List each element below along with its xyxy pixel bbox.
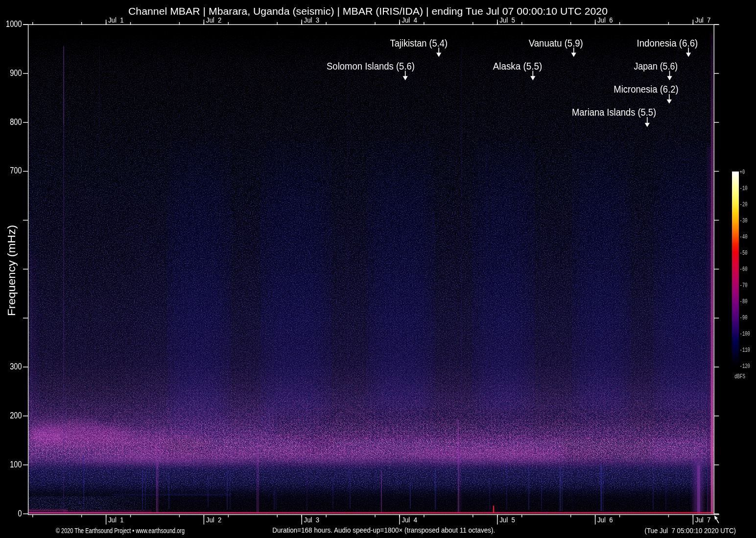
svg-text:Channel MBAR | Mbarara, Uganda: Channel MBAR | Mbarara, Uganda (seismic)… xyxy=(128,5,608,17)
svg-text:Jul 4: Jul 4 xyxy=(402,515,417,524)
svg-text:-20: -20 xyxy=(740,201,748,208)
svg-text:-10: -10 xyxy=(740,185,748,192)
svg-text:Jul 3: Jul 3 xyxy=(304,16,320,24)
svg-text:1000: 1000 xyxy=(6,19,22,29)
svg-text:-90: -90 xyxy=(740,315,748,321)
svg-text:-50: -50 xyxy=(740,250,748,257)
svg-text:Alaska (5.5): Alaska (5.5) xyxy=(493,61,542,72)
svg-text:-60: -60 xyxy=(740,266,748,273)
svg-text:100: 100 xyxy=(10,460,22,469)
svg-text:dBFS: dBFS xyxy=(734,373,745,380)
svg-text:Jul 5: Jul 5 xyxy=(499,515,515,524)
svg-text:800: 800 xyxy=(10,117,22,127)
svg-text:Jul 1: Jul 1 xyxy=(108,515,124,524)
svg-text:(Tue Jul 7 05:00:10 2020 UTC): (Tue Jul 7 05:00:10 2020 UTC) xyxy=(645,526,736,535)
svg-text:Solomon Islands (5.6): Solomon Islands (5.6) xyxy=(327,61,415,72)
svg-text:900: 900 xyxy=(10,68,22,78)
svg-text:Jul 7: Jul 7 xyxy=(695,515,711,524)
svg-text:-40: -40 xyxy=(740,234,748,241)
svg-text:Jul 2: Jul 2 xyxy=(206,515,222,524)
svg-text:Mariana Islands (5.5): Mariana Islands (5.5) xyxy=(572,107,656,118)
svg-text:Jul 6: Jul 6 xyxy=(597,16,613,24)
svg-text:Jul 5: Jul 5 xyxy=(499,16,515,24)
svg-text:200: 200 xyxy=(10,411,22,420)
svg-text:-120: -120 xyxy=(740,363,750,370)
svg-text:Jul 7: Jul 7 xyxy=(695,16,711,24)
svg-text:© 2020 The Earthsound Project: © 2020 The Earthsound Project • www.eart… xyxy=(56,526,185,535)
svg-text:Jul 6: Jul 6 xyxy=(597,515,613,524)
svg-text:Vanuatu (5.9): Vanuatu (5.9) xyxy=(529,38,583,49)
svg-text:-110: -110 xyxy=(740,347,750,354)
svg-text:Duration=168 hours. Audio spee: Duration=168 hours. Audio speed-up=1800×… xyxy=(272,526,495,534)
svg-text:700: 700 xyxy=(10,166,22,175)
svg-text:+0: +0 xyxy=(740,169,745,176)
svg-text:-30: -30 xyxy=(740,218,748,224)
svg-text:Jul 1: Jul 1 xyxy=(108,16,124,24)
svg-text:Japan (5.6): Japan (5.6) xyxy=(634,61,678,72)
svg-text:-80: -80 xyxy=(740,298,748,305)
svg-text:-100: -100 xyxy=(740,331,750,338)
svg-text:Jul 3: Jul 3 xyxy=(304,515,320,524)
svg-text:Jul 2: Jul 2 xyxy=(206,16,222,24)
svg-text:Jul 4: Jul 4 xyxy=(402,16,417,24)
svg-text:0: 0 xyxy=(18,509,22,518)
svg-text:Frequency (mHz): Frequency (mHz) xyxy=(5,225,18,316)
svg-text:Micronesia (6.2): Micronesia (6.2) xyxy=(614,84,678,95)
svg-text:Tajikistan (5.4): Tajikistan (5.4) xyxy=(390,38,448,49)
svg-text:Indonesia (6.6): Indonesia (6.6) xyxy=(637,38,698,49)
svg-text:-70: -70 xyxy=(740,282,748,289)
svg-text:300: 300 xyxy=(10,362,22,371)
